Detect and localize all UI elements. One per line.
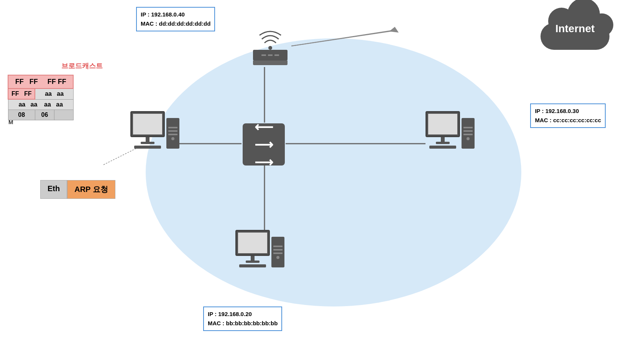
bottom-tower: [271, 237, 284, 267]
router-base: [253, 61, 288, 65]
right-tower-stripe3: [463, 134, 473, 135]
packet-row4-empty: [54, 110, 73, 120]
left-monitor-base: [141, 142, 154, 144]
router-stripe1: [261, 54, 266, 56]
packet-row4-c1: 08: [8, 110, 35, 120]
svg-marker-8: [389, 27, 399, 33]
bottom-monitor: [235, 230, 270, 267]
switch-arrows: ⟵ ⟶ ⟶: [255, 119, 273, 170]
svg-point-6: [268, 46, 272, 50]
network-oval: [146, 38, 521, 306]
right-keyboard: [429, 146, 456, 149]
right-arrow-icon2: ⟶: [255, 154, 273, 170]
bottom-monitor-screen: [235, 230, 270, 256]
bottom-tower-stripe3: [273, 252, 283, 254]
left-tower-stripe1: [168, 127, 177, 128]
left-pc: [130, 111, 179, 149]
left-monitor: [130, 111, 165, 149]
router: [253, 31, 288, 65]
packet-row4-c2: 06: [35, 110, 54, 120]
right-monitor: [426, 111, 460, 149]
left-tower-stripe3: [168, 134, 177, 135]
arrow-left: ⟵: [255, 119, 273, 134]
packet-row2-aa: aa aa: [35, 88, 73, 99]
arrow-right2: ⟶: [255, 154, 273, 170]
left-tower-body: [166, 118, 179, 149]
bottom-monitor-base: [246, 261, 260, 263]
right-tower-stripe1: [463, 127, 473, 128]
left-tower-dot: [171, 137, 174, 140]
right-monitor-stand: [441, 137, 445, 142]
bottom-tower-body: [271, 237, 284, 267]
bottom-keyboard: [239, 264, 266, 267]
bottom-tower-dot: [276, 256, 279, 259]
packet-row2-ff1: FF FF: [8, 88, 35, 99]
left-screen-inner: [133, 114, 162, 134]
router-info-box: IP : 192.168.0.40 MAC : dd:dd:dd:dd:dd:d…: [136, 7, 215, 31]
right-screen-inner: [428, 114, 457, 134]
right-monitor-screen: [426, 111, 460, 137]
internet-cloud: Internet: [537, 8, 613, 50]
internet-label: Internet: [555, 23, 595, 35]
wifi-icon: [259, 31, 282, 50]
label-boxes: Eth ARP 요청: [40, 180, 115, 199]
right-tower-stripe2: [463, 130, 473, 132]
left-arrow-icon: ⟵: [255, 119, 273, 134]
cloud-shape: Internet: [537, 8, 613, 50]
right-pc-ip: IP : 192.168.0.30: [535, 107, 601, 116]
network-switch: ⟵ ⟶ ⟶: [243, 123, 285, 166]
router-body: [253, 50, 288, 61]
router-ip: IP : 192.168.0.40: [141, 10, 210, 19]
router-stripe3: [274, 54, 279, 56]
bottom-pc-info-box: IP : 192.168.0.20 MAC : bb:bb:bb:bb:bb:b…: [203, 306, 282, 331]
bottom-tower-stripe1: [273, 246, 283, 247]
arrow-right1: ⟶: [255, 137, 273, 152]
bottom-screen-inner: [238, 233, 267, 253]
arp-request-label: ARP 요청: [67, 180, 115, 199]
left-monitor-screen: [130, 111, 165, 137]
left-tower-stripe2: [168, 130, 177, 132]
right-tower: [462, 118, 475, 149]
right-tower-dot: [467, 137, 470, 140]
right-tower-body: [462, 118, 475, 149]
right-pc-mac: MAC : cc:cc:cc:cc:cc:cc: [535, 116, 601, 125]
right-pc-info-box: IP : 192.168.0.30 MAC : cc:cc:cc:cc:cc:c…: [530, 103, 606, 128]
left-tower: [166, 118, 179, 149]
right-arrow-icon1: ⟶: [255, 137, 273, 152]
router-stripe2: [268, 54, 273, 56]
right-pc: [426, 111, 475, 149]
router-mac: MAC : dd:dd:dd:dd:dd:dd: [141, 19, 210, 28]
packet-row1-c1: FF FF: [15, 78, 38, 85]
right-monitor-base: [436, 142, 450, 144]
bottom-tower-stripe2: [273, 249, 283, 251]
bottom-monitor-stand: [251, 256, 255, 261]
packet-row1-c2: FF FF: [48, 78, 66, 85]
left-monitor-stand: [146, 137, 150, 142]
eth-label: Eth: [40, 180, 67, 199]
packet-table: FF FF FF FF FF FF aa aa aa aa aa aa 08 0…: [8, 75, 74, 120]
bottom-pc: [235, 230, 284, 267]
broadcast-label: 브로드캐스트: [61, 61, 103, 70]
packet-row3: aa aa aa aa: [8, 99, 73, 110]
left-keyboard: [134, 146, 161, 149]
bottom-pc-ip: IP : 192.168.0.20: [208, 310, 278, 319]
bottom-pc-mac: MAC : bb:bb:bb:bb:bb:bb: [208, 319, 278, 328]
